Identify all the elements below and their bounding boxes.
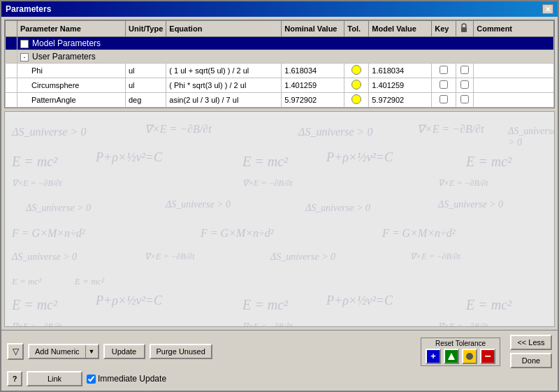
table-row: Phi ul ( 1 ul + sqrt(5 ul) ) / 2 ul 1.61…	[6, 64, 554, 78]
param-name-cell: PatternAngle	[17, 93, 126, 108]
tol-cell	[344, 78, 369, 93]
comment-cell	[474, 93, 554, 108]
equation-text: E = mc²	[242, 154, 288, 170]
equation-text: E = mc²	[12, 154, 57, 170]
lock-checkbox[interactable]	[460, 66, 469, 74]
reset-tolerance-label: Reset Tolerance	[435, 340, 486, 347]
key-checkbox[interactable]	[440, 66, 448, 74]
toolbar: ▽ Add Numeric ▼ Update Purge Unused Rese…	[1, 330, 558, 391]
model-value-cell: 5.972902	[369, 93, 432, 108]
lock-checkbox[interactable]	[460, 80, 469, 89]
table-row: ▶ - Model Parameters	[6, 37, 554, 50]
unit-type-cell: ul	[126, 64, 166, 78]
tol-circle-button[interactable]	[462, 349, 477, 364]
equation-text: ∇×E = −∂B/∂t	[12, 321, 61, 327]
window-title: Parameters	[6, 4, 51, 14]
done-button[interactable]: Done	[510, 353, 552, 368]
add-numeric-dropdown[interactable]: ▼	[86, 345, 98, 358]
lock-checkbox[interactable]	[460, 95, 469, 103]
col-lock	[456, 21, 474, 37]
equation-text: ΔS_universe > 0	[270, 252, 335, 263]
parameters-table: Parameter Name Unit/Type Equation Nomina…	[5, 20, 554, 108]
equations-background: ΔS_universe > 0∇×E = −∂B/∂tΔS_universe >…	[4, 111, 555, 327]
less-button[interactable]: << Less	[510, 335, 552, 350]
equation-text: E = mc²	[12, 297, 57, 313]
equation-text: ΔS_universe > 0	[26, 203, 91, 214]
equation-text: E = mc²	[242, 297, 288, 313]
equation-text: ∇×E = −∂B/∂t	[12, 178, 61, 189]
help-button[interactable]: ?	[7, 371, 22, 386]
equation-text: ∇×E = −∂B/∂t	[242, 321, 292, 327]
row-indicator	[6, 78, 17, 93]
table-header-row: Parameter Name Unit/Type Equation Nomina…	[6, 21, 554, 37]
toolbar-row-2: ? Link Immediate Update	[7, 371, 552, 386]
immediate-update-label: Immediate Update	[87, 374, 166, 384]
equation-cell: ( 1 ul + sqrt(5 ul) ) / 2 ul	[166, 64, 282, 78]
nominal-value-cell: 1.618034	[282, 64, 344, 78]
key-cell	[432, 64, 456, 78]
equation-text: ∇×E = −∂B/∂t	[438, 178, 488, 189]
row-indicator: ▶	[6, 37, 17, 50]
col-tol: Tol.	[344, 21, 369, 37]
equation-text: ∇×E = −∂B/∂t	[438, 321, 488, 327]
immediate-update-checkbox[interactable]	[87, 375, 96, 384]
equation-cell: asin(2 ul / 3 ul) / 7 ul	[166, 93, 282, 108]
add-numeric-button[interactable]: Add Numeric	[29, 345, 86, 358]
equation-text: F = G×M×n÷d²	[382, 227, 456, 240]
model-value-cell: 1.618034	[369, 64, 432, 78]
filter-icon: ▽	[13, 347, 19, 356]
window-content: Parameter Name Unit/Type Equation Nomina…	[1, 17, 558, 391]
tol-triangle-button[interactable]	[444, 349, 459, 364]
param-name-cell: Phi	[17, 64, 126, 78]
table-row: PatternAngle deg asin(2 ul / 3 ul) / 7 u…	[6, 93, 554, 108]
lock-cell	[456, 64, 474, 78]
equation-text: E = mc²	[466, 154, 511, 170]
col-arrow	[6, 21, 17, 37]
model-params-label: - Model Parameters	[17, 37, 554, 50]
expand-icon[interactable]: -	[20, 53, 29, 61]
close-button[interactable]: ✕	[542, 4, 553, 14]
nominal-value-cell: 1.401259	[282, 78, 344, 93]
toolbar-right: Reset Tolerance + −	[421, 335, 552, 368]
filter-button[interactable]: ▽	[7, 343, 24, 360]
table-row: - User Parameters	[6, 50, 554, 64]
tol-cell	[344, 93, 369, 108]
equation-cell: ( Phi * sqrt(3 ul) ) / 2 ul	[166, 78, 282, 93]
tol-indicator	[351, 65, 361, 75]
reset-tolerance-group: Reset Tolerance + −	[421, 337, 500, 366]
toolbar-row-1: ▽ Add Numeric ▼ Update Purge Unused Rese…	[7, 335, 552, 368]
svg-rect-0	[461, 27, 467, 32]
equation-text: F = G×M×n÷d²	[12, 227, 85, 240]
col-model-value: Model Value	[369, 21, 432, 37]
equation-text: ΔS_universe > 0	[298, 126, 372, 138]
col-key: Key	[432, 21, 456, 37]
equation-text: ∇×E = −∂B/∂t	[410, 252, 460, 262]
tol-plus-button[interactable]: +	[426, 349, 441, 364]
col-nominal-value: Nominal Value	[282, 21, 344, 37]
update-button[interactable]: Update	[103, 344, 145, 359]
tol-minus-button[interactable]: −	[480, 349, 495, 364]
param-name-cell: Circumsphere	[17, 78, 126, 93]
model-value-cell: 1.401259	[369, 78, 432, 93]
col-unit-type: Unit/Type	[126, 21, 166, 37]
comment-cell	[474, 64, 554, 78]
equation-text: ΔS_universe > 0	[305, 203, 370, 214]
key-checkbox[interactable]	[440, 95, 448, 103]
tol-indicator	[351, 80, 361, 89]
tol-cell	[344, 64, 369, 78]
lock-cell	[456, 93, 474, 108]
equation-text: P+ρ×½v²=C	[96, 150, 162, 165]
equation-text: P+ρ×½v²=C	[326, 150, 393, 165]
expand-icon[interactable]: -	[20, 40, 29, 48]
equation-text: ∇×E = −∂B/∂t	[417, 122, 484, 136]
key-checkbox[interactable]	[440, 80, 448, 89]
reset-tolerance-buttons: + −	[426, 349, 495, 364]
link-button[interactable]: Link	[27, 371, 82, 386]
key-cell	[432, 93, 456, 108]
lock-cell	[456, 78, 474, 93]
add-numeric-split-button: Add Numeric ▼	[28, 344, 99, 359]
purge-unused-button[interactable]: Purge Unused	[150, 344, 212, 359]
unit-type-cell: ul	[126, 78, 166, 93]
nominal-value-cell: 5.972902	[282, 93, 344, 108]
user-params-label: - User Parameters	[17, 50, 554, 64]
